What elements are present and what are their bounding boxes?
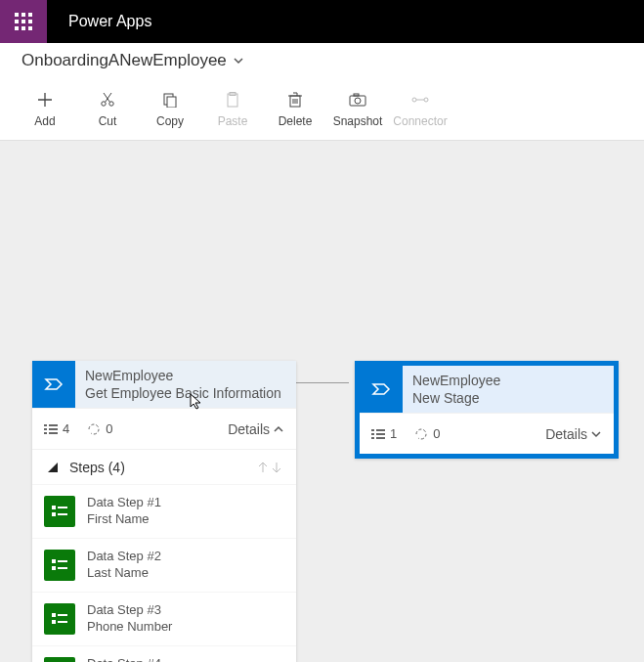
svg-rect-7 — [21, 26, 25, 30]
steps-section-header[interactable]: Steps (4) — [32, 449, 296, 484]
step-name: Data Step #3 — [87, 602, 172, 619]
cycle-icon — [414, 427, 428, 441]
toolbar: Add Cut Copy Paste Delete Snapshot Conne… — [0, 78, 644, 141]
svg-rect-24 — [49, 428, 58, 430]
stage-header: NewEmployee Get Employee Basic Informati… — [32, 361, 296, 408]
step-field: Last Name — [87, 565, 161, 582]
svg-rect-23 — [44, 428, 47, 430]
svg-rect-44 — [376, 429, 385, 431]
connector-button: Connector — [389, 82, 451, 137]
svg-rect-28 — [58, 507, 67, 508]
copy-icon — [162, 91, 178, 109]
stage-card-1[interactable]: NewEmployee Get Employee Basic Informati… — [32, 361, 296, 662]
svg-rect-46 — [376, 433, 385, 435]
stage-header: NewEmployee New Stage — [360, 366, 614, 413]
list-icon — [44, 423, 58, 435]
step-row[interactable]: Data Step #3 Phone Number — [32, 592, 296, 645]
svg-point-19 — [412, 98, 416, 102]
svg-rect-18 — [354, 94, 359, 96]
svg-rect-48 — [376, 437, 385, 439]
copy-label: Copy — [156, 114, 184, 128]
connector-icon — [411, 91, 429, 109]
form-icon — [44, 657, 75, 662]
svg-rect-1 — [21, 13, 25, 17]
step-row[interactable]: Data Step #1 First Name — [32, 484, 296, 538]
arrow-up-icon — [257, 461, 269, 474]
connector-label: Connector — [393, 114, 447, 128]
svg-rect-37 — [52, 620, 56, 624]
breadcrumb-title: OnboardingANewEmployee — [21, 51, 227, 70]
svg-rect-32 — [58, 560, 67, 562]
stage-subtitle: Get Employee Basic Information — [85, 384, 281, 402]
app-launcher[interactable] — [0, 0, 47, 43]
svg-rect-3 — [15, 20, 19, 23]
svg-rect-4 — [21, 20, 25, 23]
paste-button: Paste — [201, 82, 264, 137]
stage-card-2[interactable]: NewEmployee New Stage 1 0 Details — [355, 361, 619, 459]
arrow-down-icon — [271, 461, 282, 474]
app-title: Power Apps — [47, 0, 184, 43]
svg-rect-30 — [58, 513, 67, 515]
step-row[interactable]: Data Step #2 Last Name — [32, 538, 296, 592]
breadcrumb[interactable]: OnboardingANewEmployee — [21, 51, 244, 70]
chevron-down-icon — [233, 55, 244, 66]
add-button[interactable]: Add — [14, 82, 76, 137]
add-label: Add — [34, 114, 55, 128]
svg-rect-2 — [28, 13, 32, 17]
svg-rect-26 — [49, 432, 58, 434]
svg-rect-22 — [49, 424, 58, 426]
svg-rect-35 — [52, 613, 56, 617]
chevron-down-icon — [590, 428, 602, 440]
svg-rect-43 — [371, 429, 374, 431]
form-icon — [44, 496, 75, 527]
steps-badge: 1 — [371, 426, 397, 441]
svg-rect-5 — [28, 20, 32, 23]
waffle-icon — [15, 13, 32, 30]
process-badge: 0 — [87, 421, 112, 436]
svg-rect-45 — [371, 433, 374, 435]
scissors-icon — [100, 91, 115, 109]
connector-line — [295, 382, 349, 383]
copy-button[interactable]: Copy — [139, 82, 201, 137]
triangle-icon — [46, 461, 60, 474]
details-toggle[interactable]: Details — [228, 421, 284, 437]
steps-badge: 4 — [44, 421, 69, 436]
stage-chevron-icon — [360, 366, 403, 413]
svg-rect-21 — [44, 424, 47, 426]
stage-title: NewEmployee — [85, 367, 281, 384]
svg-rect-6 — [15, 26, 19, 30]
chevron-up-icon — [273, 423, 284, 435]
plus-icon — [37, 91, 53, 109]
list-icon — [371, 428, 385, 440]
svg-point-20 — [424, 98, 428, 102]
canvas[interactable]: NewEmployee Get Employee Basic Informati… — [0, 141, 644, 662]
process-badge: 0 — [414, 426, 440, 441]
svg-rect-27 — [52, 506, 56, 509]
clipboard-icon — [225, 91, 240, 109]
step-field: First Name — [87, 511, 161, 528]
svg-rect-8 — [28, 26, 32, 30]
delete-button[interactable]: Delete — [264, 82, 326, 137]
form-icon — [44, 550, 75, 581]
svg-rect-33 — [52, 566, 56, 570]
svg-rect-12 — [167, 97, 176, 108]
stage-subtitle: New Stage — [412, 389, 500, 407]
cut-button[interactable]: Cut — [76, 82, 139, 137]
svg-rect-29 — [52, 512, 56, 516]
svg-point-17 — [355, 98, 361, 104]
paste-label: Paste — [218, 114, 248, 128]
cut-label: Cut — [99, 114, 117, 128]
stage-title: NewEmployee — [412, 372, 500, 389]
snapshot-label: Snapshot — [333, 114, 383, 128]
step-row[interactable]: Data Step #4 DOB — [32, 645, 296, 662]
svg-rect-25 — [44, 432, 47, 434]
details-toggle[interactable]: Details — [545, 426, 602, 442]
svg-rect-34 — [58, 567, 67, 569]
snapshot-button[interactable]: Snapshot — [326, 82, 389, 137]
delete-label: Delete — [279, 114, 313, 128]
camera-icon — [349, 91, 366, 109]
svg-rect-47 — [371, 437, 374, 439]
step-name: Data Step #4 — [87, 656, 161, 662]
stage-chevron-icon — [32, 361, 75, 408]
svg-rect-31 — [52, 559, 56, 563]
